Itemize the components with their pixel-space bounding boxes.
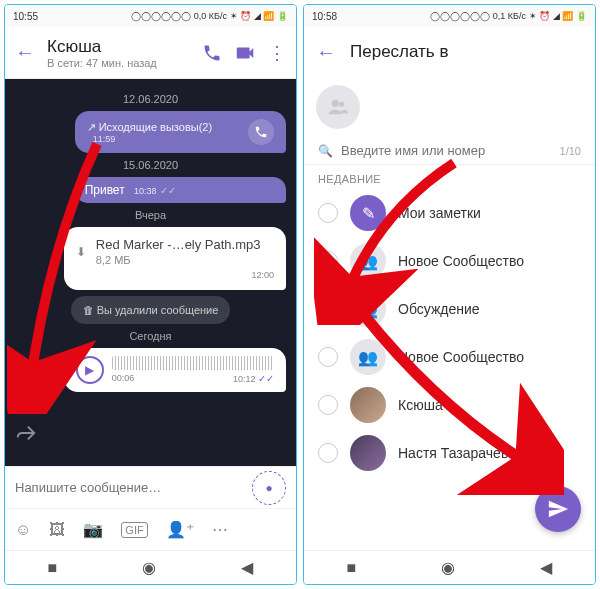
avatar — [350, 387, 386, 423]
forward-icon[interactable] — [11, 418, 41, 448]
group-avatar — [316, 85, 360, 129]
chat-title: Ксюша — [47, 37, 190, 57]
nav-back-icon[interactable]: ◀ — [540, 558, 552, 577]
contact-icon[interactable]: 👤⁺ — [166, 520, 194, 539]
list-item[interactable]: Настя Тазарачева Теле2 — [304, 429, 595, 477]
trash-icon: 🗑 — [83, 304, 94, 316]
list-item[interactable]: Ксюша — [304, 381, 595, 429]
search-row: 🔍 1/10 — [304, 137, 595, 165]
list-item[interactable]: 👥 Новое Сообщество — [304, 237, 595, 285]
svg-point-0 — [332, 100, 339, 107]
nav-back-icon[interactable]: ◀ — [241, 558, 253, 577]
radio-checked[interactable] — [318, 299, 338, 319]
deleted-bubble: 🗑 Вы удалили сообщение — [71, 296, 231, 324]
chat-area: 12.06.2020 ↗ Исходящие вызовы(2) 11:59 1… — [5, 79, 296, 466]
avatar — [350, 435, 386, 471]
date-chip: Вчера — [15, 209, 286, 221]
play-icon[interactable]: ▶ — [76, 356, 104, 384]
chat-appbar: ← Ксюша В сети: 47 мин. назад ⋮ — [5, 27, 296, 79]
gallery-icon[interactable]: 🖼 — [49, 521, 65, 539]
radio-unchecked[interactable] — [318, 203, 338, 223]
status-icons: ◯◯◯◯◯◯0,0 КБ/с✶ ⏰ ◢ 📶 🔋 — [131, 11, 288, 21]
radio-unchecked[interactable] — [318, 347, 338, 367]
back-icon[interactable]: ← — [316, 41, 336, 64]
search-icon: 🔍 — [318, 144, 333, 158]
video-call-icon[interactable] — [234, 42, 256, 64]
chat-subtitle: В сети: 47 мин. назад — [47, 57, 190, 69]
download-icon[interactable]: ⬇ — [76, 245, 86, 259]
nav-home-icon[interactable]: ◉ — [142, 558, 156, 577]
search-input[interactable] — [341, 143, 560, 158]
date-chip: Сегодня — [15, 330, 286, 342]
camera-icon[interactable]: 📷 — [83, 520, 103, 539]
notes-icon: ✎ — [350, 195, 386, 231]
message-bubble[interactable]: Привет 10:38 ✓✓ — [75, 177, 286, 203]
phone-right: 10:58 ◯◯◯◯◯◯0,1 КБ/с✶ ⏰ ◢ 📶 🔋 ← Переслат… — [303, 4, 596, 585]
date-chip: 15.06.2020 — [15, 159, 286, 171]
nav-bar: ■ ◉ ◀ — [5, 550, 296, 584]
status-time: 10:55 — [13, 11, 38, 22]
gif-icon[interactable]: GIF — [121, 522, 147, 538]
radio-unchecked[interactable] — [318, 395, 338, 415]
forward-header: ← Переслать в — [304, 27, 595, 77]
date-chip: 12.06.2020 — [15, 93, 286, 105]
forward-title: Переслать в — [350, 42, 448, 62]
mic-button[interactable]: ● — [252, 471, 286, 505]
list-item[interactable]: 👥 Обсуждение — [304, 285, 595, 333]
more-icon[interactable]: ⋯ — [212, 520, 228, 539]
phone-left: 10:55 ◯◯◯◯◯◯0,0 КБ/с✶ ⏰ ◢ 📶 🔋 ← Ксюша В … — [4, 4, 297, 585]
voice-call-icon[interactable] — [202, 43, 222, 63]
nav-bar: ■ ◉ ◀ — [304, 550, 595, 584]
phone-icon — [248, 119, 274, 145]
call-bubble[interactable]: ↗ Исходящие вызовы(2) 11:59 — [75, 111, 286, 153]
group-icon: 👥 — [350, 291, 386, 327]
status-bar: 10:55 ◯◯◯◯◯◯0,0 КБ/с✶ ⏰ ◢ 📶 🔋 — [5, 5, 296, 27]
input-bar: ● — [5, 466, 296, 508]
nav-recent-icon[interactable]: ■ — [48, 559, 58, 577]
sticker-icon[interactable]: ☺ — [15, 521, 31, 539]
voice-bubble[interactable]: ▶ 00:06 10:12 ✓✓ — [64, 348, 286, 392]
attachment-toolbar: ☺ 🖼 📷 GIF 👤⁺ ⋯ — [5, 508, 296, 550]
more-icon[interactable]: ⋮ — [268, 42, 286, 64]
waveform — [112, 356, 274, 370]
nav-recent-icon[interactable]: ■ — [347, 559, 357, 577]
message-input[interactable] — [15, 480, 244, 495]
community-icon: 👥 — [350, 243, 386, 279]
nav-home-icon[interactable]: ◉ — [441, 558, 455, 577]
list-item[interactable]: ✎ Мои заметки — [304, 189, 595, 237]
selection-count: 1/10 — [560, 145, 581, 157]
status-time: 10:58 — [312, 11, 337, 22]
status-bar: 10:58 ◯◯◯◯◯◯0,1 КБ/с✶ ⏰ ◢ 📶 🔋 — [304, 5, 595, 27]
radio-unchecked[interactable] — [318, 251, 338, 271]
svg-point-1 — [339, 102, 345, 108]
back-icon[interactable]: ← — [15, 41, 35, 64]
status-icons: ◯◯◯◯◯◯0,1 КБ/с✶ ⏰ ◢ 📶 🔋 — [430, 11, 587, 21]
section-recent: НЕДАВНИЕ — [304, 165, 595, 189]
community-icon: 👥 — [350, 339, 386, 375]
list-item[interactable]: 👥 Новое Сообщество — [304, 333, 595, 381]
radio-unchecked[interactable] — [318, 443, 338, 463]
file-bubble[interactable]: ⬇ Red Marker -…ely Path.mp3 8,2 МБ 12:00 — [64, 227, 286, 290]
send-button[interactable] — [535, 486, 581, 532]
